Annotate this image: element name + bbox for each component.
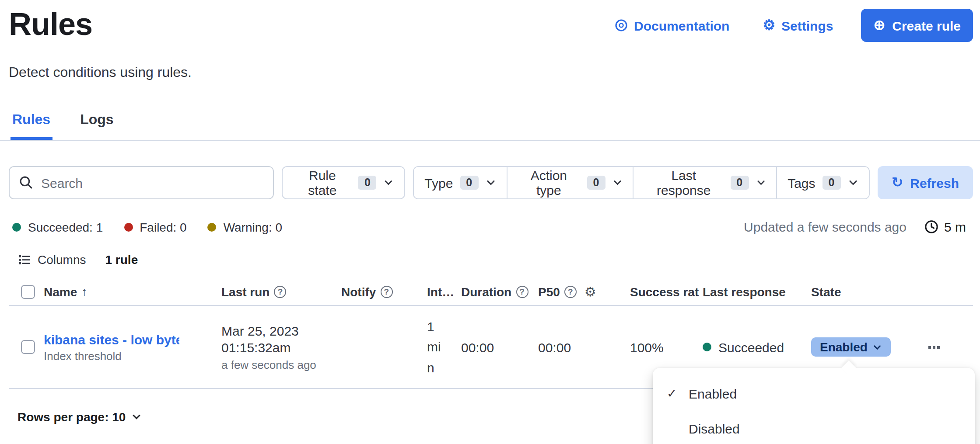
header-actions: Documentation ⚙ Settings ⊕ Create rule (609, 9, 973, 42)
state-menu-item-enabled[interactable]: ✓ Enabled (653, 376, 975, 411)
column-notify-label: Notify (341, 284, 376, 298)
chevron-down-icon (756, 177, 766, 188)
warning-count: Warning: 0 (224, 220, 282, 234)
filter-tags-label: Tags (788, 175, 815, 190)
column-last-run-label: Last run (221, 284, 270, 298)
filter-type-label: Type (424, 175, 453, 190)
create-rule-button[interactable]: ⊕ Create rule (861, 9, 973, 42)
filter-type-count: 0 (460, 176, 478, 190)
state-badge[interactable]: Enabled (811, 337, 891, 357)
last-response-cell: Succeeded (703, 340, 811, 354)
status-bar: Succeeded: 1 Failed: 0 Warning: 0 Update… (12, 219, 971, 235)
documentation-icon (614, 18, 628, 32)
question-in-circle-icon: ? (380, 285, 392, 298)
column-name-label: Name (44, 284, 77, 298)
tab-rules[interactable]: Rules (10, 112, 52, 140)
refresh-interval-button[interactable]: 5 m (919, 219, 971, 235)
row-actions-cell (925, 342, 973, 352)
toolbar: Rule state 0 Type 0 Action type 0 Last r… (9, 166, 973, 199)
chevron-down-icon (612, 177, 622, 188)
documentation-label: Documentation (634, 18, 729, 33)
row-select-cell (9, 340, 44, 354)
search-input[interactable] (9, 166, 274, 199)
succeeded-dot-icon (703, 343, 711, 351)
filter-rule-state[interactable]: Rule state 0 (282, 166, 406, 199)
row-actions-menu-icon[interactable] (925, 342, 968, 352)
rows-per-page-button[interactable]: Rows per page: 10 (12, 409, 147, 425)
refresh-button[interactable]: ↻ Refresh (877, 166, 973, 199)
rule-name-cell: kibana sites - low byte Index threshold (44, 332, 221, 362)
tab-logs[interactable]: Logs (78, 112, 115, 140)
column-header-interval: Int… (427, 284, 461, 298)
column-interval-label: Int… (427, 284, 454, 298)
column-header-state: State (811, 284, 925, 298)
last-run-relative: a few seconds ago (221, 358, 336, 371)
chevron-down-icon (131, 412, 141, 422)
failed-count: Failed: 0 (140, 220, 186, 234)
settings-button[interactable]: ⚙ Settings (757, 17, 838, 34)
chevron-down-icon (485, 177, 496, 188)
plus-in-circle-icon: ⊕ (873, 18, 885, 32)
filter-last-response-count: 0 (730, 176, 749, 190)
row-checkbox[interactable] (21, 340, 35, 354)
last-run-time: 01:15:32am (221, 340, 336, 354)
column-success-ratio-label: Success rat (630, 284, 699, 298)
state-menu-popover: ✓ Enabled Disabled (653, 368, 975, 444)
search-icon (18, 175, 33, 190)
succeeded-count: Succeeded: 1 (28, 220, 103, 234)
status-succeeded: Succeeded: 1 (12, 220, 103, 234)
filter-tags-count: 0 (822, 176, 841, 190)
filter-last-response[interactable]: Last response 0 (633, 167, 776, 198)
success-ratio-cell: 100% (630, 340, 703, 354)
settings-label: Settings (781, 18, 833, 33)
tab-divider (0, 140, 980, 141)
page-title: Rules (9, 5, 92, 44)
pagination: Rows per page: 10 (12, 409, 147, 425)
filter-last-response-label: Last response (644, 168, 723, 198)
table-header-row: Name ↑ Last run ? Notify ? Int… Duration… (9, 278, 973, 306)
status-failed: Failed: 0 (124, 220, 186, 234)
state-cell: Enabled (811, 337, 925, 357)
columns-button[interactable]: Columns (12, 252, 91, 267)
column-duration-label: Duration (461, 284, 511, 298)
refresh-icon: ↻ (891, 176, 903, 190)
tab-bar: Rules Logs (10, 112, 116, 140)
question-in-circle-icon: ? (516, 285, 528, 298)
chevron-down-icon (873, 342, 882, 352)
state-badge-label: Enabled (820, 340, 868, 354)
interval-cell: 1 min (427, 316, 461, 378)
p50-settings-gear-icon[interactable]: ⚙ (584, 284, 596, 299)
search-box (9, 166, 274, 199)
select-all-checkbox[interactable] (21, 284, 35, 298)
columns-icon (18, 253, 32, 267)
state-menu-item-enabled-label: Enabled (689, 386, 737, 401)
column-header-notify: Notify ? (341, 284, 427, 298)
column-header-p50: P50 ? ⚙ (538, 284, 630, 299)
p50-cell: 00:00 (538, 340, 630, 354)
table-controls: Columns 1 rule (12, 252, 138, 267)
question-in-circle-icon: ? (564, 285, 577, 298)
column-state-label: State (811, 284, 841, 298)
documentation-button[interactable]: Documentation (609, 17, 735, 34)
filter-tags[interactable]: Tags 0 (776, 167, 868, 198)
filter-action-type[interactable]: Action type 0 (506, 167, 633, 198)
column-last-response-label: Last response (703, 284, 786, 298)
check-icon: ✓ (667, 386, 680, 400)
status-warning: Warning: 0 (208, 220, 282, 234)
filter-type[interactable]: Type 0 (414, 167, 506, 198)
column-header-duration: Duration ? (461, 284, 538, 298)
duration-cell: 00:00 (461, 340, 538, 354)
state-menu-item-disabled[interactable]: Disabled (653, 411, 975, 444)
header-select-all (9, 284, 44, 298)
rule-name-link[interactable]: kibana sites - low byte (44, 332, 179, 347)
column-header-last-response: Last response (703, 284, 811, 298)
refresh-interval-value: 5 m (944, 219, 966, 234)
refresh-label: Refresh (910, 175, 959, 190)
last-run-cell: Mar 25, 2023 01:15:32am a few seconds ag… (221, 323, 341, 371)
column-header-name[interactable]: Name ↑ (44, 284, 221, 298)
rule-count: 1 rule (105, 253, 138, 267)
question-in-circle-icon: ? (274, 285, 286, 298)
filter-rule-state-label: Rule state (294, 168, 351, 198)
column-header-last-run: Last run ? (221, 284, 341, 298)
page-header: Rules Documentation ⚙ Settings ⊕ Create … (9, 5, 973, 44)
